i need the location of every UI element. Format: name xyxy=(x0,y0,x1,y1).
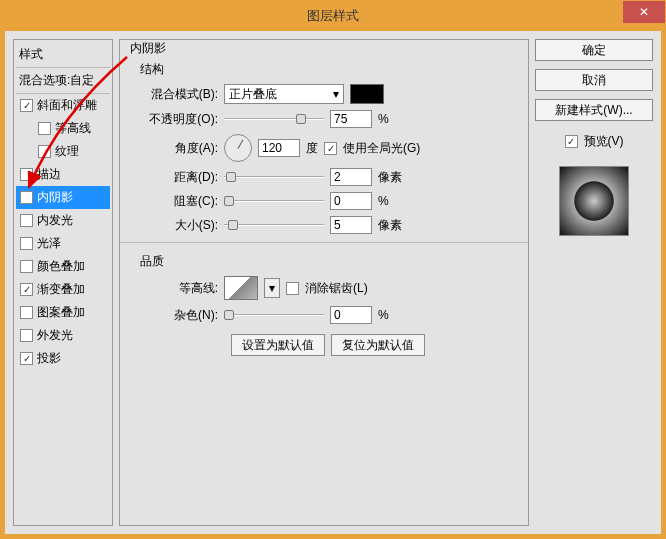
blend-mode-label: 混合模式(B): xyxy=(136,86,218,103)
distance-slider[interactable] xyxy=(224,170,324,184)
chevron-down-icon[interactable]: ▾ xyxy=(264,278,280,298)
style-label: 投影 xyxy=(37,350,61,367)
style-label: 颜色叠加 xyxy=(37,258,85,275)
ok-button[interactable]: 确定 xyxy=(535,39,653,61)
noise-input[interactable] xyxy=(330,306,372,324)
style-label: 图案叠加 xyxy=(37,304,85,321)
use-global-checkbox[interactable]: ✓ xyxy=(324,142,337,155)
style-checkbox[interactable] xyxy=(20,214,33,227)
antialias-label: 消除锯齿(L) xyxy=(305,280,368,297)
style-item-6[interactable]: 光泽 xyxy=(16,232,110,255)
style-label: 斜面和浮雕 xyxy=(37,97,97,114)
opacity-slider[interactable] xyxy=(224,112,324,126)
angle-label: 角度(A): xyxy=(136,140,218,157)
style-checkbox[interactable]: ✓ xyxy=(20,191,33,204)
preview-label: 预览(V) xyxy=(584,133,624,150)
reset-default-button[interactable]: 复位为默认值 xyxy=(331,334,425,356)
angle-input[interactable] xyxy=(258,139,300,157)
style-item-2[interactable]: 纹理 xyxy=(16,140,110,163)
style-checkbox[interactable] xyxy=(20,306,33,319)
contour-picker[interactable] xyxy=(224,276,258,300)
style-checkbox[interactable] xyxy=(20,237,33,250)
size-label: 大小(S): xyxy=(136,217,218,234)
close-button[interactable]: ✕ xyxy=(623,1,665,23)
opacity-label: 不透明度(O): xyxy=(136,111,218,128)
style-checkbox[interactable]: ✓ xyxy=(20,352,33,365)
style-label: 描边 xyxy=(37,166,61,183)
style-label: 渐变叠加 xyxy=(37,281,85,298)
choke-slider[interactable] xyxy=(224,194,324,208)
distance-unit: 像素 xyxy=(378,169,402,186)
angle-dial[interactable] xyxy=(224,134,252,162)
make-default-button[interactable]: 设置为默认值 xyxy=(231,334,325,356)
style-item-1[interactable]: 等高线 xyxy=(16,117,110,140)
style-checkbox[interactable] xyxy=(20,260,33,273)
distance-label: 距离(D): xyxy=(136,169,218,186)
dialog-title: 图层样式 xyxy=(307,7,359,25)
opacity-unit: % xyxy=(378,112,389,126)
structure-title: 结构 xyxy=(140,61,520,78)
choke-input[interactable] xyxy=(330,192,372,210)
antialias-checkbox[interactable] xyxy=(286,282,299,295)
contour-label: 等高线: xyxy=(136,280,218,297)
size-slider[interactable] xyxy=(224,218,324,232)
group-title: 内阴影 xyxy=(126,40,520,57)
style-item-8[interactable]: ✓渐变叠加 xyxy=(16,278,110,301)
inner-shadow-group: 内阴影 结构 混合模式(B): 正片叠底 ▾ 不透明度(O): % xyxy=(119,39,529,526)
style-checkbox[interactable]: ✓ xyxy=(20,283,33,296)
angle-unit: 度 xyxy=(306,140,318,157)
style-item-5[interactable]: 内发光 xyxy=(16,209,110,232)
style-label: 等高线 xyxy=(55,120,91,137)
chevron-down-icon: ▾ xyxy=(333,87,339,101)
styles-header[interactable]: 样式 xyxy=(16,42,110,68)
blend-mode-select[interactable]: 正片叠底 ▾ xyxy=(224,84,344,104)
choke-unit: % xyxy=(378,194,389,208)
style-label: 内阴影 xyxy=(37,189,73,206)
style-checkbox[interactable] xyxy=(38,122,51,135)
new-style-button[interactable]: 新建样式(W)... xyxy=(535,99,653,121)
use-global-label: 使用全局光(G) xyxy=(343,140,420,157)
style-checkbox[interactable] xyxy=(20,168,33,181)
noise-label: 杂色(N): xyxy=(136,307,218,324)
style-checkbox[interactable] xyxy=(38,145,51,158)
style-item-4[interactable]: ✓内阴影 xyxy=(16,186,110,209)
distance-input[interactable] xyxy=(330,168,372,186)
preview-checkbox[interactable]: ✓ xyxy=(565,135,578,148)
style-item-3[interactable]: 描边 xyxy=(16,163,110,186)
styles-list: 样式 混合选项:自定 ✓斜面和浮雕等高线纹理描边✓内阴影内发光光泽颜色叠加✓渐变… xyxy=(13,39,113,526)
noise-slider[interactable] xyxy=(224,308,324,322)
size-input[interactable] xyxy=(330,216,372,234)
size-unit: 像素 xyxy=(378,217,402,234)
choke-label: 阻塞(C): xyxy=(136,193,218,210)
style-item-0[interactable]: ✓斜面和浮雕 xyxy=(16,94,110,117)
style-label: 外发光 xyxy=(37,327,73,344)
style-item-10[interactable]: 外发光 xyxy=(16,324,110,347)
style-checkbox[interactable] xyxy=(20,329,33,342)
style-checkbox[interactable]: ✓ xyxy=(20,99,33,112)
style-item-9[interactable]: 图案叠加 xyxy=(16,301,110,324)
style-label: 纹理 xyxy=(55,143,79,160)
blending-options[interactable]: 混合选项:自定 xyxy=(16,68,110,94)
quality-title: 品质 xyxy=(140,253,520,270)
preview-thumbnail xyxy=(559,166,629,236)
style-label: 内发光 xyxy=(37,212,73,229)
titlebar: 图层样式 ✕ xyxy=(1,1,665,31)
opacity-input[interactable] xyxy=(330,110,372,128)
shadow-color-swatch[interactable] xyxy=(350,84,384,104)
cancel-button[interactable]: 取消 xyxy=(535,69,653,91)
style-label: 光泽 xyxy=(37,235,61,252)
close-icon: ✕ xyxy=(639,5,649,19)
style-item-7[interactable]: 颜色叠加 xyxy=(16,255,110,278)
noise-unit: % xyxy=(378,308,389,322)
style-item-11[interactable]: ✓投影 xyxy=(16,347,110,370)
blend-mode-value: 正片叠底 xyxy=(229,86,277,103)
